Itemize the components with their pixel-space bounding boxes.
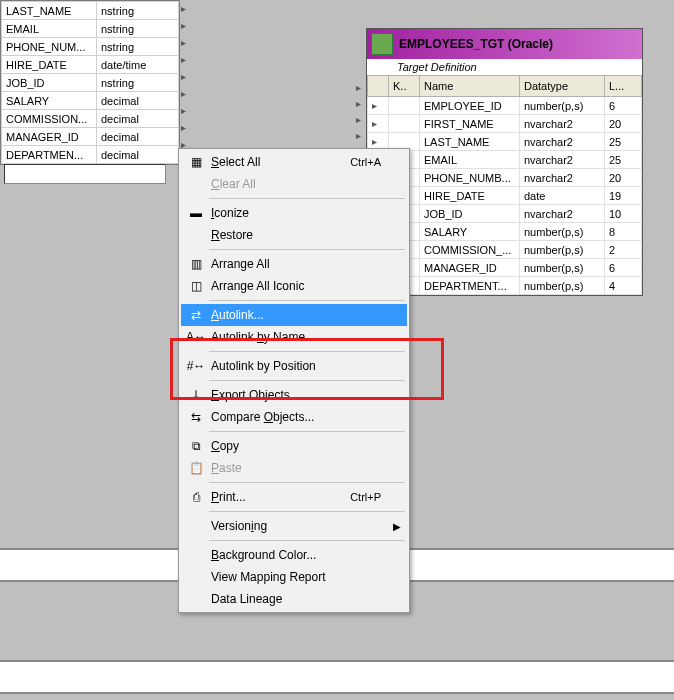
target-col-name: FIRST_NAME bbox=[420, 115, 520, 133]
source-field-type: decimal bbox=[97, 146, 179, 164]
target-col-name: EMAIL bbox=[420, 151, 520, 169]
menu-print[interactable]: ⎙Print...Ctrl+P bbox=[181, 486, 407, 508]
target-col-len: 6 bbox=[605, 97, 642, 115]
source-field-name: MANAGER_ID bbox=[2, 128, 97, 146]
menu-item-label: Print... bbox=[211, 490, 350, 504]
target-col-len: 6 bbox=[605, 259, 642, 277]
source-expression-input[interactable] bbox=[4, 164, 166, 184]
context-menu: ▦Select AllCtrl+AClear All▬IconizeRestor… bbox=[178, 148, 410, 613]
menu-shortcut: Ctrl+P bbox=[350, 491, 381, 503]
source-field-type: decimal bbox=[97, 110, 179, 128]
menu-compare-objects[interactable]: ⇆Compare Objects... bbox=[181, 406, 407, 428]
source-field-name: LAST_NAME bbox=[2, 2, 97, 20]
target-col-datatype: number(p,s) bbox=[520, 259, 605, 277]
menu-item-label: Autolink by Name bbox=[211, 330, 381, 344]
target-col-name: HIRE_DATE bbox=[420, 187, 520, 205]
menu-item-label: Iconize bbox=[211, 206, 381, 220]
col-datatype[interactable]: Datatype bbox=[520, 76, 605, 97]
source-row[interactable]: PHONE_NUM...nstring bbox=[2, 38, 179, 56]
source-row[interactable]: LAST_NAMEnstring bbox=[2, 2, 179, 20]
menu-item-label: Select All bbox=[211, 155, 350, 169]
source-field-type: nstring bbox=[97, 74, 179, 92]
source-row[interactable]: HIRE_DATEdate/time bbox=[2, 56, 179, 74]
source-field-type: decimal bbox=[97, 128, 179, 146]
source-row[interactable]: SALARYdecimal bbox=[2, 92, 179, 110]
autolink-pos-icon: #↔ bbox=[185, 358, 207, 374]
target-col-datatype: nvarchar2 bbox=[520, 169, 605, 187]
submenu-arrow-icon: ▶ bbox=[393, 521, 401, 532]
arrange-icon: ▥ bbox=[185, 256, 207, 272]
menu-item-label: Copy bbox=[211, 439, 381, 453]
target-col-len: 20 bbox=[605, 115, 642, 133]
source-row[interactable]: EMAILnstring bbox=[2, 20, 179, 38]
source-row[interactable]: COMMISSION...decimal bbox=[2, 110, 179, 128]
menu-autolink[interactable]: ⇄Autolink... bbox=[181, 304, 407, 326]
target-title-bar[interactable]: EMPLOYEES_TGT (Oracle) bbox=[367, 29, 642, 59]
menu-item-label: Compare Objects... bbox=[211, 410, 381, 424]
menu-autolink-by-name[interactable]: A↔Autolink by Name bbox=[181, 326, 407, 348]
menu-item-label: Versioning bbox=[211, 519, 381, 533]
menu-view-mapping-report[interactable]: View Mapping Report bbox=[181, 566, 407, 588]
source-field-name: JOB_ID bbox=[2, 74, 97, 92]
target-col-len: 10 bbox=[605, 205, 642, 223]
menu-select-all[interactable]: ▦Select AllCtrl+A bbox=[181, 151, 407, 173]
target-col-name: JOB_ID bbox=[420, 205, 520, 223]
print-icon: ⎙ bbox=[185, 489, 207, 505]
target-cube-icon bbox=[371, 33, 393, 55]
target-col-datatype: number(p,s) bbox=[520, 223, 605, 241]
port-arrow-icon: ▸ bbox=[368, 97, 389, 115]
iconize-icon: ▬ bbox=[185, 205, 207, 221]
blank-icon bbox=[185, 518, 207, 534]
target-row[interactable]: ▸EMPLOYEE_IDnumber(p,s)6 bbox=[368, 97, 642, 115]
col-name[interactable]: Name bbox=[420, 76, 520, 97]
menu-restore[interactable]: Restore bbox=[181, 224, 407, 246]
source-field-type: nstring bbox=[97, 38, 179, 56]
blank-icon bbox=[185, 591, 207, 607]
target-title-text: EMPLOYEES_TGT (Oracle) bbox=[399, 37, 553, 51]
menu-item-label: Arrange All bbox=[211, 257, 381, 271]
target-col-len: 25 bbox=[605, 151, 642, 169]
menu-copy[interactable]: ⧉Copy bbox=[181, 435, 407, 457]
menu-item-label: Autolink... bbox=[211, 308, 381, 322]
target-col-datatype: nvarchar2 bbox=[520, 205, 605, 223]
source-field-name: EMAIL bbox=[2, 20, 97, 38]
source-field-name: COMMISSION... bbox=[2, 110, 97, 128]
source-field-type: decimal bbox=[97, 92, 179, 110]
menu-shortcut: Ctrl+A bbox=[350, 156, 381, 168]
menu-versioning[interactable]: Versioning▶ bbox=[181, 515, 407, 537]
source-row[interactable]: JOB_IDnstring bbox=[2, 74, 179, 92]
copy-icon: ⧉ bbox=[185, 438, 207, 454]
source-row[interactable]: DEPARTMEN...decimal bbox=[2, 146, 179, 164]
blank-icon bbox=[185, 547, 207, 563]
col-arrow bbox=[368, 76, 389, 97]
target-col-name: COMMISSION_... bbox=[420, 241, 520, 259]
menu-arrange-all[interactable]: ▥Arrange All bbox=[181, 253, 407, 275]
target-col-name: LAST_NAME bbox=[420, 133, 520, 151]
menu-autolink-by-position[interactable]: #↔Autolink by Position bbox=[181, 355, 407, 377]
menu-data-lineage[interactable]: Data Lineage bbox=[181, 588, 407, 610]
menu-background-color[interactable]: Background Color... bbox=[181, 544, 407, 566]
menu-export-objects[interactable]: ⤓Export Objects... bbox=[181, 384, 407, 406]
target-col-datatype: number(p,s) bbox=[520, 277, 605, 295]
target-col-len: 8 bbox=[605, 223, 642, 241]
col-key[interactable]: K.. bbox=[389, 76, 420, 97]
select-all-icon: ▦ bbox=[185, 154, 207, 170]
target-col-name: MANAGER_ID bbox=[420, 259, 520, 277]
target-col-len: 2 bbox=[605, 241, 642, 259]
menu-item-label: Paste bbox=[211, 461, 381, 475]
target-col-len: 20 bbox=[605, 169, 642, 187]
source-field-name: SALARY bbox=[2, 92, 97, 110]
target-col-datatype: date bbox=[520, 187, 605, 205]
col-len[interactable]: L... bbox=[605, 76, 642, 97]
source-row[interactable]: MANAGER_IDdecimal bbox=[2, 128, 179, 146]
menu-iconize[interactable]: ▬Iconize bbox=[181, 202, 407, 224]
menu-item-label: View Mapping Report bbox=[211, 570, 381, 584]
menu-item-label: Background Color... bbox=[211, 548, 381, 562]
menu-item-label: Clear All bbox=[211, 177, 381, 191]
target-row[interactable]: ▸FIRST_NAMEnvarchar220 bbox=[368, 115, 642, 133]
target-col-datatype: nvarchar2 bbox=[520, 133, 605, 151]
menu-paste: 📋Paste bbox=[181, 457, 407, 479]
menu-arrange-all-iconic[interactable]: ◫Arrange All Iconic bbox=[181, 275, 407, 297]
paste-icon: 📋 bbox=[185, 460, 207, 476]
compare-icon: ⇆ bbox=[185, 409, 207, 425]
